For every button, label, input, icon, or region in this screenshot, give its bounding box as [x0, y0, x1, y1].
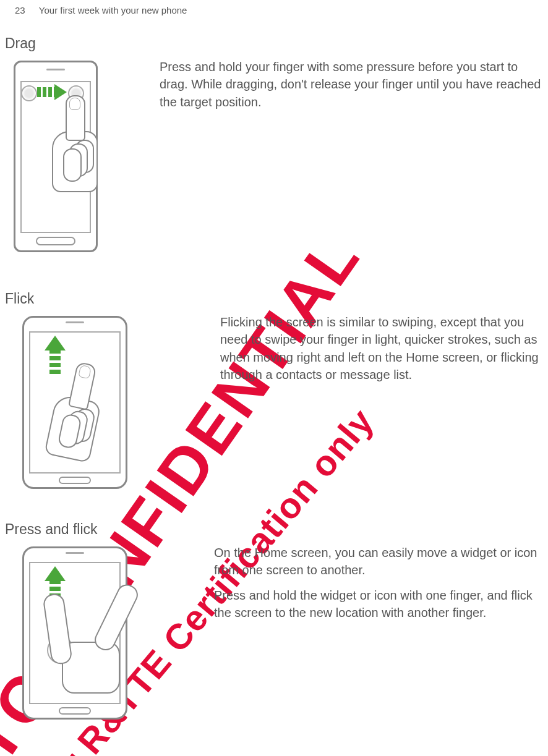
- touch-point-icon: [68, 85, 84, 101]
- body-flick: Flicking the screen is similar to swipin…: [220, 313, 548, 384]
- two-finger-hand-icon: [45, 581, 143, 699]
- arrow-up-icon: [45, 336, 66, 375]
- figure-drag: [11, 58, 147, 271]
- section-press-and-flick: Press and flick: [0, 521, 548, 744]
- body-drag: Press and hold your finger with some pre…: [160, 58, 548, 111]
- section-flick: Flick: [0, 291, 548, 501]
- section-title-press-and-flick: Press and flick: [5, 521, 548, 538]
- section-title-drag: Drag: [5, 35, 548, 52]
- phone-icon: [22, 316, 127, 489]
- section-drag: Drag: [0, 35, 548, 271]
- body-press-and-flick-1: On the Home screen, you can easily move …: [214, 544, 548, 579]
- body-press-and-flick-2: Press and hold the widget or icon with o…: [214, 587, 548, 622]
- figure-flick: [22, 313, 208, 501]
- section-title-flick: Flick: [5, 291, 548, 307]
- page-header: 23 Your first week with your new phone: [0, 0, 548, 15]
- chapter-title: Your first week with your new phone: [39, 5, 187, 15]
- arrow-right-icon: [37, 84, 69, 100]
- page-number: 23: [15, 5, 25, 15]
- touch-point-icon: [21, 85, 37, 101]
- figure-press-and-flick: [22, 544, 202, 744]
